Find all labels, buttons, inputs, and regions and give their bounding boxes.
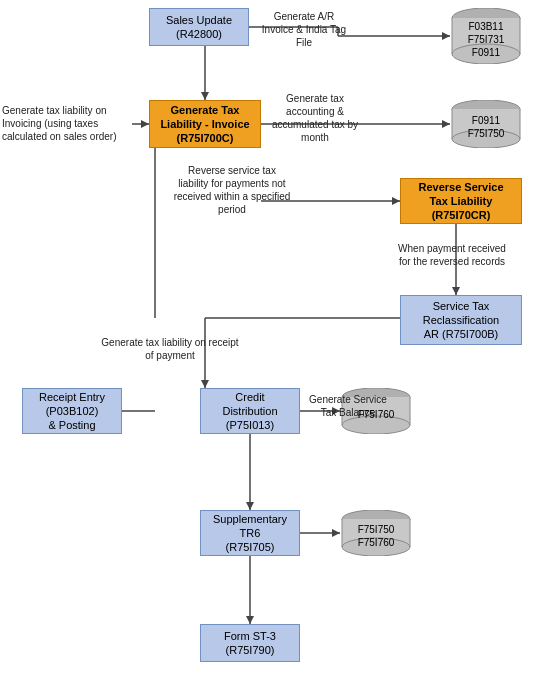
flow-diagram: Sales Update (R42800) Generate Tax Liabi…	[0, 0, 533, 699]
supplementary-box: Supplementary TR6 (R75I705)	[200, 510, 300, 556]
service-tax-reclass-label: Service Tax Reclassification AR (R75I700…	[423, 299, 499, 342]
cylinder-1: F03B11 F75I731 F0911	[450, 8, 522, 64]
form-st3-label: Form ST-3 (R75I790)	[224, 629, 276, 658]
credit-dist-label: Credit Distribution (P75I013)	[222, 390, 277, 433]
cylinder-4: F75I750 F75I760	[340, 510, 412, 556]
reverse-service-tax-box: Reverse Service Tax Liability (R75I70CR)	[400, 178, 522, 224]
cylinder-3-text: F75I760	[354, 398, 399, 425]
cylinder-2-text: F0911 F75I750	[464, 104, 509, 144]
gen-tax-receipt-label: Generate tax liability on receipt of pay…	[100, 336, 240, 362]
cylinder-1-text: F03B11 F75I731 F0911	[464, 10, 509, 63]
svg-marker-29	[246, 616, 254, 624]
service-tax-reclass-box: Service Tax Reclassification AR (R75I700…	[400, 295, 522, 345]
gen-tax-liability-box: Generate Tax Liability - Invoice (R75I70…	[149, 100, 261, 148]
svg-marker-12	[392, 197, 400, 205]
svg-marker-14	[452, 287, 460, 295]
ar-invoice-label: Generate A/R Invoice & India Tag File	[260, 10, 348, 49]
reverse-service-tax-label: Reverse Service Tax Liability (R75I70CR)	[418, 180, 503, 223]
cylinder-4-text: F75I750 F75I760	[354, 513, 399, 553]
sales-update-label: Sales Update (R42800)	[166, 13, 232, 42]
credit-dist-box: Credit Distribution (P75I013)	[200, 388, 300, 434]
receipt-entry-label: Receipt Entry (P03B102) & Posting	[39, 390, 105, 433]
svg-marker-10	[141, 120, 149, 128]
reverse-service-label: Reverse service tax liability for paymen…	[172, 164, 292, 216]
cylinder-2: F0911 F75I750	[450, 100, 522, 148]
form-st3-box: Form ST-3 (R75I790)	[200, 624, 300, 662]
receipt-entry-box: Receipt Entry (P03B102) & Posting	[22, 388, 122, 434]
svg-marker-1	[201, 92, 209, 100]
svg-marker-25	[246, 502, 254, 510]
tax-accounting-label: Generate tax accounting & accumulated ta…	[267, 92, 363, 144]
svg-marker-27	[332, 529, 340, 537]
when-payment-label: When payment received for the reversed r…	[397, 242, 507, 268]
svg-marker-17	[201, 380, 209, 388]
sales-update-box: Sales Update (R42800)	[149, 8, 249, 46]
gen-tax-liability-label: Generate Tax Liability - Invoice (R75I70…	[160, 103, 249, 146]
gen-tax-left-label: Generate tax liability on Invoicing (usi…	[2, 104, 137, 143]
svg-marker-5	[442, 32, 450, 40]
svg-marker-8	[442, 120, 450, 128]
supplementary-label: Supplementary TR6 (R75I705)	[213, 512, 287, 555]
